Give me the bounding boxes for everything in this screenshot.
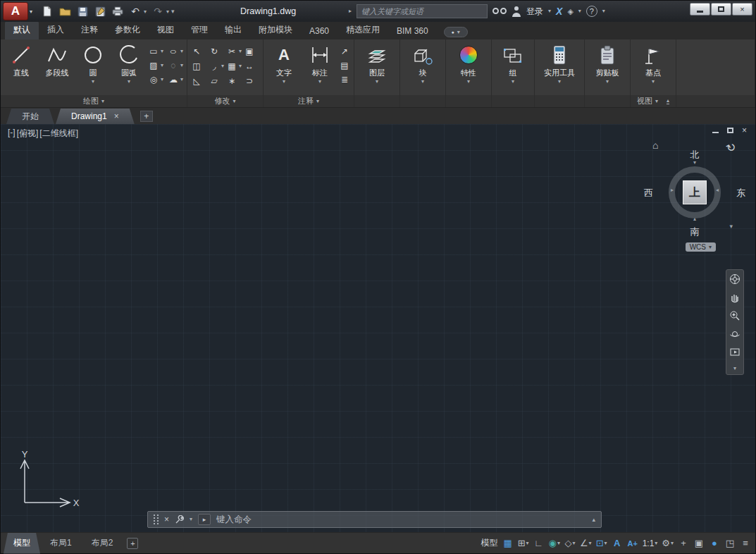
view-panel-title[interactable]: 视图 ▾ ▴ bbox=[631, 95, 676, 107]
properties-panel-button[interactable]: 特性 ▾ bbox=[450, 42, 488, 85]
undo-button[interactable]: ↶ bbox=[129, 5, 142, 18]
command-history-caret-icon[interactable]: ▴ bbox=[592, 516, 595, 523]
text-caret-icon[interactable]: ▾ bbox=[283, 79, 285, 85]
ribbon-minimize-icon[interactable]: ▴ bbox=[667, 98, 669, 104]
groups-panel-button[interactable]: 组 ▾ bbox=[495, 42, 531, 85]
redo-caret-icon[interactable]: ▾ bbox=[166, 8, 169, 15]
viewcube[interactable]: ⌂ ↻ 北 南 西 东 ▾ ▴ ▸ ◂ 上 ▾ bbox=[652, 140, 737, 238]
signin-person-icon[interactable] bbox=[512, 6, 521, 17]
offset-tool-button[interactable]: ⊃ bbox=[244, 75, 255, 87]
dimension-tool-button[interactable]: 标注 ▾ bbox=[303, 42, 337, 85]
annotation-scale-button[interactable]: 1:1▾ bbox=[641, 536, 659, 551]
snap-toggle[interactable]: ⊞▾ bbox=[516, 536, 531, 551]
circle-caret-icon[interactable]: ▾ bbox=[92, 79, 94, 85]
utilities-panel-button[interactable]: 实用工具 ▾ bbox=[538, 42, 581, 85]
line-tool-button[interactable]: 直线 bbox=[4, 42, 38, 78]
viewcube-rotate-left-icon[interactable]: ▸ bbox=[671, 187, 674, 193]
viewport-visual-style-control[interactable]: [二维线框] bbox=[39, 128, 78, 140]
graphics-performance-button[interactable]: ● bbox=[707, 536, 721, 551]
drawing-canvas[interactable]: [-] [俯视] [二维线框] × ⌂ ↻ 北 南 西 东 ▾ ▴ ▸ ◂ 上 … bbox=[1, 124, 755, 532]
show-motion-icon[interactable] bbox=[729, 346, 741, 359]
explode-tool-button[interactable]: ∗ bbox=[226, 75, 237, 87]
stretch-tool-button[interactable]: ↔ bbox=[244, 61, 255, 72]
circle-tool-button[interactable]: 圆 ▾ bbox=[76, 42, 110, 85]
clipboard-panel-button[interactable]: 剪贴板 ▾ bbox=[588, 42, 626, 85]
ribbon-tab-annotate[interactable]: 注释 bbox=[73, 21, 106, 39]
layout-tab-layout1[interactable]: 布局1 bbox=[40, 533, 82, 554]
array-tool-button[interactable]: ▦▾ bbox=[226, 61, 242, 72]
viewcube-rotate-up-icon[interactable]: ▾ bbox=[652, 159, 737, 166]
annotate-panel-title[interactable]: 注释▾ bbox=[264, 95, 354, 107]
viewcube-top-face[interactable]: 上 bbox=[683, 180, 707, 204]
osnap-toggle[interactable]: ⊡▾ bbox=[595, 536, 609, 551]
ribbon-tab-a360[interactable]: A360 bbox=[301, 23, 337, 39]
save-button[interactable] bbox=[76, 5, 89, 18]
command-prompt-text[interactable]: 键入命令 bbox=[216, 514, 252, 526]
draw-panel-title[interactable]: 绘图▾ bbox=[1, 95, 187, 107]
rectangle-tool-button[interactable]: ▭▾ bbox=[148, 46, 163, 57]
doc-minimize-button[interactable] bbox=[712, 125, 719, 135]
orbit-icon[interactable] bbox=[729, 328, 741, 340]
communication-center-icon[interactable]: ◈ bbox=[567, 7, 573, 16]
ucs-icon[interactable]: Y X bbox=[11, 450, 81, 512]
new-drawing-tab-button[interactable]: + bbox=[140, 111, 153, 122]
help-button[interactable]: ? bbox=[586, 6, 597, 17]
viewcube-menu-caret-icon[interactable]: ▾ bbox=[729, 223, 733, 230]
exchange-apps-icon[interactable]: X bbox=[556, 6, 562, 17]
redo-button[interactable]: ↷ bbox=[151, 5, 164, 18]
viewcube-rotate-down-icon[interactable]: ▴ bbox=[652, 216, 737, 222]
mirror-tool-button[interactable]: ◫ bbox=[191, 61, 202, 72]
steering-wheel-icon[interactable] bbox=[729, 273, 741, 285]
signin-label[interactable]: 登录 bbox=[526, 6, 543, 18]
isodraft-toggle[interactable]: ◇▾ bbox=[563, 536, 577, 551]
revision-cloud-tool-button[interactable]: ☁▾ bbox=[168, 74, 183, 85]
scale-tool-button[interactable]: ◺ bbox=[191, 75, 202, 87]
ribbon-tab-featured-apps[interactable]: 精选应用 bbox=[337, 21, 388, 39]
command-line-customize-icon[interactable] bbox=[175, 515, 184, 524]
help-caret-icon[interactable]: ▾ bbox=[602, 8, 605, 14]
arc-tool-button[interactable]: 圆弧 ▾ bbox=[112, 42, 146, 85]
copy-tool-button[interactable]: ▣ bbox=[244, 46, 255, 57]
qat-overflow-caret-icon[interactable]: ▾ bbox=[171, 8, 175, 15]
viewport-view-control[interactable]: [俯视] bbox=[17, 128, 39, 140]
viewcube-rotate-right-icon[interactable]: ◂ bbox=[716, 187, 719, 193]
command-line-caret-icon[interactable]: ▾ bbox=[190, 517, 192, 522]
isolate-objects-button[interactable]: ▣ bbox=[692, 536, 706, 551]
maximize-button[interactable] bbox=[711, 3, 731, 16]
layout-tab-model[interactable]: 模型 bbox=[4, 533, 40, 554]
drawing1-close-icon[interactable]: × bbox=[114, 111, 119, 121]
leader-tool-button[interactable]: ↗ bbox=[339, 46, 350, 57]
layout-tab-layout2[interactable]: 布局2 bbox=[82, 533, 123, 554]
basepoint-button[interactable]: 基点 ▾ bbox=[634, 42, 672, 85]
polyline-tool-button[interactable]: 多段线 bbox=[40, 42, 74, 78]
modify-panel-title[interactable]: 修改▾ bbox=[187, 95, 263, 107]
help-search-input[interactable] bbox=[357, 4, 488, 18]
viewport-menu-control[interactable]: [-] bbox=[8, 128, 16, 140]
rotate-tool-button[interactable]: ↻ bbox=[209, 46, 220, 57]
ribbon-tab-manage[interactable]: 管理 bbox=[182, 21, 216, 39]
ribbon-tab-bim360[interactable]: BIM 360 bbox=[388, 23, 437, 39]
file-tab-drawing1[interactable]: Drawing1 × bbox=[56, 109, 135, 124]
file-tab-start[interactable]: 开始 bbox=[6, 109, 54, 124]
move-tool-button[interactable]: ↖ bbox=[191, 46, 202, 57]
workspace-switching-button[interactable]: ⚙▾ bbox=[660, 536, 675, 551]
ribbon-tab-view[interactable]: 视图 bbox=[149, 21, 182, 39]
new-layout-button[interactable]: + bbox=[127, 538, 138, 549]
clean-screen-button[interactable]: ◳ bbox=[723, 536, 737, 551]
ribbon-tab-default[interactable]: 默认 bbox=[5, 21, 39, 39]
application-menu-button[interactable]: A bbox=[3, 2, 28, 20]
save-as-button[interactable] bbox=[94, 5, 106, 18]
pan-hand-icon[interactable] bbox=[729, 291, 741, 304]
dimension-caret-icon[interactable]: ▾ bbox=[318, 79, 321, 85]
new-file-button[interactable] bbox=[41, 5, 54, 18]
application-menu-caret-icon[interactable]: ▾ bbox=[30, 8, 32, 15]
wcs-dropdown[interactable]: WCS ▾ bbox=[686, 242, 716, 252]
search-binoculars-icon[interactable] bbox=[492, 6, 507, 16]
table-tool-button[interactable]: ▤ bbox=[339, 60, 350, 71]
command-line-close-icon[interactable]: × bbox=[164, 515, 169, 524]
command-line[interactable]: × ▾ ▸ 键入命令 ▴ bbox=[147, 511, 602, 528]
minimize-button[interactable] bbox=[690, 3, 710, 16]
ribbon-tab-addins[interactable]: 附加模块 bbox=[250, 21, 301, 39]
doc-restore-button[interactable] bbox=[727, 125, 733, 135]
trim-tool-button[interactable]: ✂▾ bbox=[226, 46, 242, 57]
